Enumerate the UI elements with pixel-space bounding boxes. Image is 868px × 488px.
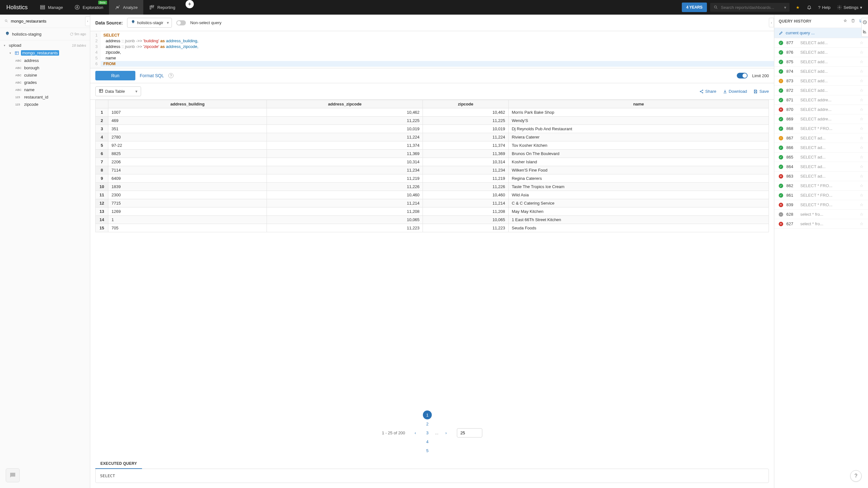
brand-logo[interactable]: Holistics — [0, 4, 34, 11]
years-badge[interactable]: 4 YEARS — [682, 3, 707, 12]
pager-page[interactable]: 3 — [423, 428, 432, 437]
database-row[interactable]: holistics-staging 9m ago — [0, 28, 90, 40]
table-row[interactable]: 13126911,20811,208May May Kitchen — [96, 208, 769, 216]
nav-settings[interactable]: Settings ▾ — [837, 5, 862, 10]
column-row[interactable]: ABCgrades — [0, 79, 90, 86]
nav-reporting[interactable]: Reporting — [143, 0, 181, 14]
share-button[interactable]: Share — [699, 89, 716, 94]
help-icon[interactable]: ? — [168, 73, 174, 78]
result-table-wrap[interactable]: address_buildingaddress_zipcodezipcodena… — [90, 100, 774, 407]
star-outline-icon[interactable]: ☆ — [860, 88, 864, 93]
table-row[interactable]: 4278011,22411,224Riviera Caterer — [96, 133, 769, 142]
table-row[interactable]: 12771511,21411,214C & C Catering Service — [96, 199, 769, 208]
table-row[interactable]: 10183911,22611,226Taste The Tropics Ice … — [96, 183, 769, 191]
table-row[interactable]: 11230010,46010,460Wild Asia — [96, 191, 769, 199]
query-history-item[interactable]: ! 867 SELECT ad... ☆ — [774, 133, 868, 143]
query-history-item[interactable]: ✓ 862 SELECT * FRO... ☆ — [774, 181, 868, 191]
table-row[interactable]: 335110,01910,019Dj Reynolds Pub And Rest… — [96, 125, 769, 133]
query-history-item[interactable]: ✕ 627 select * fro... ☆ — [774, 219, 868, 229]
column-row[interactable]: ABCaddress — [0, 57, 90, 64]
star-outline-icon[interactable]: ☆ — [860, 221, 864, 226]
column-header[interactable] — [96, 100, 108, 108]
download-button[interactable]: Download — [723, 89, 747, 94]
nav-analyze[interactable]: Analyze — [109, 0, 143, 14]
star-outline-icon[interactable]: ☆ — [860, 40, 864, 45]
save-button[interactable]: Save — [753, 89, 769, 94]
query-history-item[interactable]: ✓ 869 SELECT addre... ☆ — [774, 114, 868, 124]
star-outline-icon[interactable]: ☆ — [860, 145, 864, 150]
sidebar-collapse-button[interactable]: ‹ — [85, 17, 90, 26]
table-row[interactable]: 7220610,31410,314Kosher Island — [96, 158, 769, 166]
help-fab[interactable]: ? — [850, 470, 862, 482]
star-outline-icon[interactable]: ☆ — [860, 126, 864, 131]
trash-icon[interactable] — [851, 19, 855, 24]
query-history-item[interactable]: ✓ 874 SELECT add... ☆ — [774, 67, 868, 76]
nav-exploration[interactable]: Exploration Beta — [69, 0, 109, 14]
star-outline-icon[interactable]: ☆ — [860, 117, 864, 121]
format-sql-button[interactable]: Format SQL — [140, 73, 164, 78]
column-header[interactable]: zipcode — [423, 100, 508, 108]
query-history-item[interactable]: ✓ 876 SELECT add... ☆ — [774, 48, 868, 57]
run-button[interactable]: Run — [95, 71, 135, 81]
bell-icon[interactable] — [807, 5, 812, 10]
column-row[interactable]: ABCname — [0, 86, 90, 93]
query-history-item[interactable]: ✕ 863 SELECT ad... ☆ — [774, 172, 868, 181]
star-outline-icon[interactable]: ☆ — [860, 136, 864, 141]
star-outline-icon[interactable]: ☆ — [860, 69, 864, 74]
table-row[interactable]: 9640911,21911,219Regina Caterers — [96, 175, 769, 183]
right-panel-collapse-button[interactable]: › — [769, 18, 774, 27]
query-history-item[interactable]: – 628 select * fro... ☆ — [774, 210, 868, 219]
star-outline-icon[interactable]: ☆ — [843, 19, 847, 24]
query-history-item[interactable]: ✓ 868 SELECT * FRO... ☆ — [774, 124, 868, 133]
visualization-select[interactable]: Data Table — [95, 86, 141, 96]
column-row[interactable]: 123zipcode — [0, 101, 90, 108]
column-row[interactable]: ABCcuisine — [0, 71, 90, 79]
table-row[interactable]: 1100710,46210,462Morris Park Bake Shop — [96, 108, 769, 117]
column-header[interactable]: name — [508, 100, 769, 108]
schema-search-input[interactable] — [3, 17, 87, 25]
star-outline-icon[interactable]: ☆ — [860, 183, 864, 188]
datasource-select[interactable]: holistics-stagir — [127, 18, 172, 28]
pager-page[interactable]: 4 — [423, 437, 432, 446]
query-history-item[interactable]: ✕ 870 SELECT addre... ☆ — [774, 105, 868, 114]
database-refresh-ago[interactable]: 9m ago — [70, 32, 86, 36]
star-outline-icon[interactable]: ☆ — [860, 59, 864, 64]
table-row[interactable]: 597-2211,37411,374Tov Kosher Kitchen — [96, 142, 769, 150]
star-icon[interactable]: ★ — [795, 5, 800, 10]
nonselect-toggle[interactable] — [176, 20, 186, 25]
query-history-current[interactable]: current query ... — [774, 28, 868, 38]
global-search[interactable]: ▾ — [710, 3, 789, 12]
nav-add-button[interactable]: + — [186, 0, 194, 8]
table-row[interactable]: 6882511,36911,369Brunos On The Boulevard — [96, 150, 769, 158]
table-row[interactable]: 1570511,22311,223Seuda Foods — [96, 224, 769, 232]
query-history-item[interactable]: ✓ 875 SELECT add... ☆ — [774, 57, 868, 67]
query-history-item[interactable]: ✓ 866 SELECT ad... ☆ — [774, 143, 868, 152]
query-history-item[interactable]: ! 873 SELECT add... ☆ — [774, 76, 868, 86]
query-history-item[interactable]: ✓ 865 SELECT ad... ☆ — [774, 152, 868, 162]
query-history-item[interactable]: ✓ 877 SELECT add... ☆ — [774, 38, 868, 48]
query-history-item[interactable]: ✓ 871 SELECT addre... ☆ — [774, 95, 868, 105]
star-outline-icon[interactable]: ☆ — [860, 193, 864, 197]
chevron-down-icon[interactable]: ▾ — [784, 5, 786, 10]
editor-code[interactable]: SELECT address :: jsonb ->> 'building' a… — [101, 31, 774, 68]
column-header[interactable]: address_zipcode — [267, 100, 423, 108]
page-size-input[interactable] — [457, 428, 482, 437]
table-row[interactable]: 14110,06510,0651 East 66Th Street Kitche… — [96, 216, 769, 224]
query-history-item[interactable]: ✓ 864 SELECT ad... ☆ — [774, 162, 868, 172]
star-outline-icon[interactable]: ☆ — [860, 155, 864, 159]
query-history-list[interactable]: ✓ 877 SELECT add... ☆ ✓ 876 SELECT add..… — [774, 38, 868, 488]
star-outline-icon[interactable]: ☆ — [860, 79, 864, 83]
star-outline-icon[interactable]: ☆ — [860, 212, 864, 217]
pager-page[interactable]: 1 — [423, 410, 432, 419]
history-icon[interactable] — [863, 20, 867, 25]
global-search-input[interactable] — [721, 5, 782, 10]
star-outline-icon[interactable]: ☆ — [860, 174, 864, 179]
query-history-item[interactable]: ✓ 861 SELECT * FRO... ☆ — [774, 191, 868, 200]
query-history-item[interactable]: ✓ 872 SELECT add... ☆ — [774, 86, 868, 95]
nav-help[interactable]: ? Help — [818, 5, 831, 10]
executed-query-tab[interactable]: EXECUTED QUERY — [95, 459, 142, 469]
table-row-mongo-restaurants[interactable]: ▾ mongo_restaurants — [0, 49, 90, 57]
table-row[interactable]: 246911,22511,225Wendy'S — [96, 117, 769, 125]
schema-row[interactable]: ▾ upload 18 tables — [0, 41, 90, 49]
star-outline-icon[interactable]: ☆ — [860, 107, 864, 112]
